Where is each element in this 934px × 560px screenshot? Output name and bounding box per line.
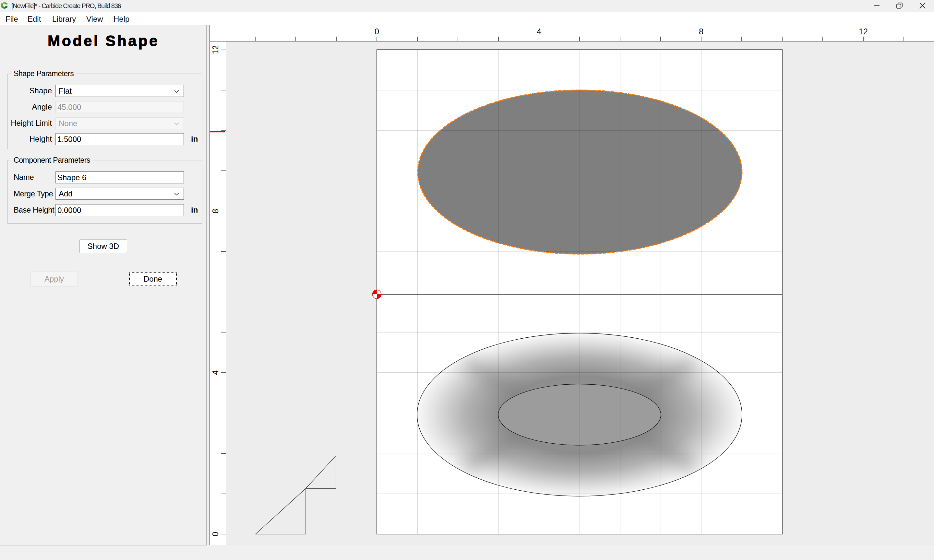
svg-text:12: 12 <box>211 45 220 54</box>
svg-text:0: 0 <box>375 27 379 36</box>
svg-text:12: 12 <box>859 27 868 36</box>
svg-text:8: 8 <box>211 209 220 214</box>
svg-text:4: 4 <box>537 27 541 36</box>
svg-text:0: 0 <box>211 532 220 536</box>
svg-text:8: 8 <box>699 27 703 36</box>
svg-text:4: 4 <box>211 371 220 375</box>
